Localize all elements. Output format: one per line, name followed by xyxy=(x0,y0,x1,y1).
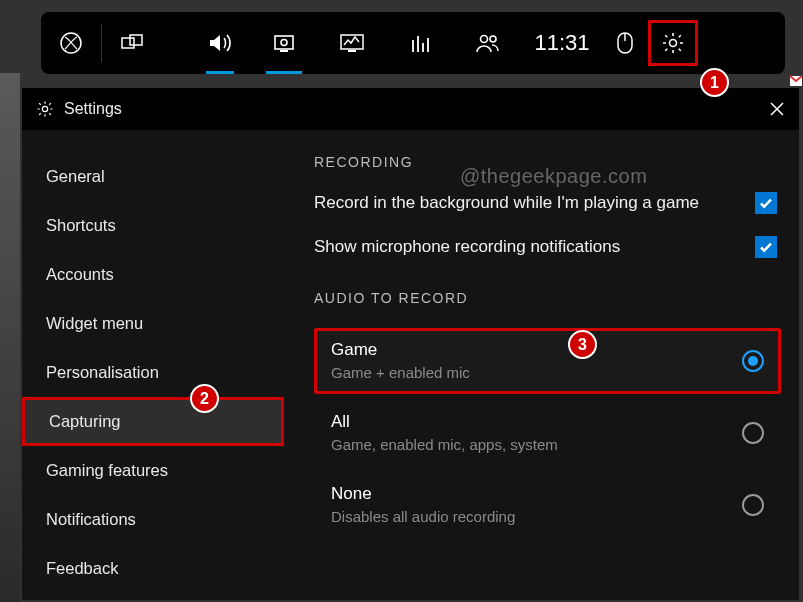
background-record-checkbox[interactable] xyxy=(755,192,777,214)
audio-icon[interactable] xyxy=(190,12,250,74)
audio-radio-game[interactable]: Game Game + enabled mic xyxy=(314,328,781,394)
sidebar-item-general[interactable]: General xyxy=(22,152,284,201)
gmail-icon xyxy=(789,73,803,89)
panel-title: Settings xyxy=(64,100,122,118)
radio-title: None xyxy=(331,484,515,504)
svg-point-9 xyxy=(490,36,496,42)
mic-notifications-label: Show microphone recording notifications xyxy=(314,237,755,257)
radio-subtitle: Game, enabled mic, apps, system xyxy=(331,436,558,453)
sidebar-item-personalisation[interactable]: Personalisation xyxy=(22,348,284,397)
gear-icon xyxy=(36,100,54,118)
svg-point-4 xyxy=(281,40,287,46)
sidebar-item-accounts[interactable]: Accounts xyxy=(22,250,284,299)
xbox-social-icon[interactable] xyxy=(454,12,522,74)
xbox-game-bar-topbar: 11:31 xyxy=(41,12,785,74)
background-record-label: Record in the background while I'm playi… xyxy=(314,193,755,213)
mic-notifications-checkbox[interactable] xyxy=(755,236,777,258)
radio-title: Game xyxy=(331,340,470,360)
audio-section-label: AUDIO TO RECORD xyxy=(314,290,781,306)
mouse-icon[interactable] xyxy=(602,12,648,74)
capture-icon[interactable] xyxy=(250,12,318,74)
sidebar-item-feedback[interactable]: Feedback xyxy=(22,544,284,593)
settings-content: RECORDING Record in the background while… xyxy=(284,130,799,600)
sidebar-item-widget-menu[interactable]: Widget menu xyxy=(22,299,284,348)
background-record-row[interactable]: Record in the background while I'm playi… xyxy=(314,192,781,214)
settings-button[interactable] xyxy=(648,20,698,66)
annotation-badge-2: 2 xyxy=(190,384,219,413)
widgets-icon[interactable] xyxy=(102,12,162,74)
annotation-badge-1: 1 xyxy=(700,68,729,97)
svg-rect-2 xyxy=(130,35,142,45)
svg-rect-3 xyxy=(275,36,293,49)
sidebar-item-gaming-features[interactable]: Gaming features xyxy=(22,446,284,495)
radio-indicator[interactable] xyxy=(742,422,764,444)
radio-subtitle: Game + enabled mic xyxy=(331,364,470,381)
svg-rect-1 xyxy=(122,38,134,48)
svg-rect-5 xyxy=(280,50,288,52)
annotation-badge-3: 3 xyxy=(568,330,597,359)
clock: 11:31 xyxy=(522,12,602,74)
radio-indicator[interactable] xyxy=(742,494,764,516)
audio-radio-none[interactable]: None Disables all audio recording xyxy=(314,472,781,538)
svg-point-8 xyxy=(481,36,488,43)
watermark: @thegeekpage.com xyxy=(460,165,647,188)
svg-point-12 xyxy=(670,40,677,47)
svg-rect-7 xyxy=(348,50,356,52)
mic-notifications-row[interactable]: Show microphone recording notifications xyxy=(314,236,781,258)
close-icon[interactable] xyxy=(769,101,785,117)
xbox-icon[interactable] xyxy=(41,12,101,74)
settings-panel: Settings General Shortcuts Accounts Widg… xyxy=(22,88,799,600)
sidebar-item-capturing[interactable]: Capturing xyxy=(22,397,284,446)
radio-title: All xyxy=(331,412,558,432)
radio-indicator[interactable] xyxy=(742,350,764,372)
performance-icon[interactable] xyxy=(318,12,386,74)
panel-header: Settings xyxy=(22,88,799,130)
settings-sidebar: General Shortcuts Accounts Widget menu P… xyxy=(22,130,284,600)
radio-subtitle: Disables all audio recording xyxy=(331,508,515,525)
resources-icon[interactable] xyxy=(386,12,454,74)
svg-point-13 xyxy=(42,106,47,111)
sidebar-item-shortcuts[interactable]: Shortcuts xyxy=(22,201,284,250)
sidebar-item-notifications[interactable]: Notifications xyxy=(22,495,284,544)
audio-radio-all[interactable]: All Game, enabled mic, apps, system xyxy=(314,400,781,466)
